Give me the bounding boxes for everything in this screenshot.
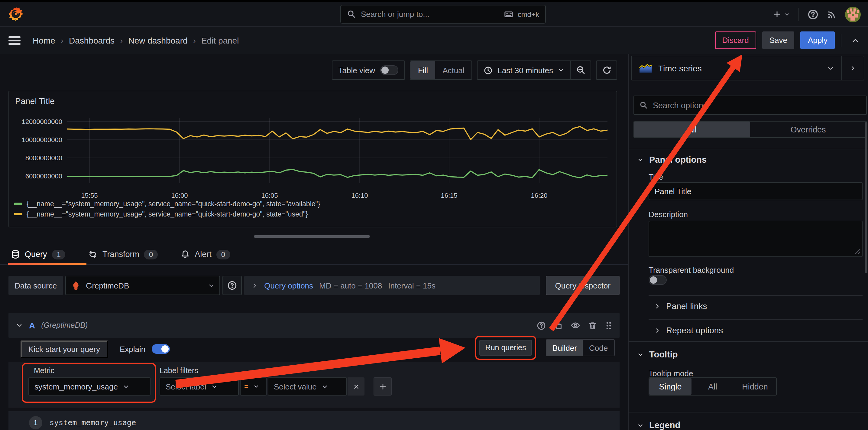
interval-stat: Interval = 15s [388, 281, 435, 290]
query-editor-toolbar: Kick start your query Explain Run querie… [0, 339, 628, 363]
time-range-picker[interactable]: Last 30 minutes [477, 61, 570, 79]
save-button[interactable]: Save [762, 31, 795, 49]
chevron-down-icon [637, 351, 644, 358]
description-textarea[interactable] [649, 221, 863, 257]
add-new-button[interactable] [773, 10, 790, 19]
legend-label: {__name__="system_memory_usage", service… [27, 210, 308, 218]
chevron-up-icon[interactable] [851, 36, 860, 45]
search-input[interactable] [361, 10, 499, 19]
pane-splitter-handle[interactable] [254, 235, 370, 238]
legend-section[interactable]: Legend [637, 420, 680, 430]
collapse-chevron-icon[interactable] [16, 322, 23, 329]
grafana-logo-icon[interactable] [8, 6, 24, 22]
tooltip-single-option[interactable]: Single [649, 378, 691, 395]
duplicate-query-icon[interactable] [554, 321, 563, 330]
tab-query[interactable]: Query 1 [11, 250, 66, 259]
viz-panel: Panel Title 1200000000010000000000800000… [8, 91, 617, 227]
breadcrumb-new-dashboard[interactable]: New dashboard [128, 35, 187, 45]
actual-option[interactable]: Actual [435, 61, 471, 79]
fill-option[interactable]: Fill [411, 61, 435, 79]
select-label-dropdown[interactable]: Select label [160, 377, 239, 396]
tooltip-mode-label: Tooltip mode [649, 369, 693, 378]
tab-transform[interactable]: Transform 0 [89, 250, 158, 259]
query-options-label: Query options [264, 281, 313, 290]
builder-option[interactable]: Builder [547, 340, 583, 355]
md-stat: MD = auto = 1008 [319, 281, 382, 290]
builder-code-switch: Builder Code [546, 339, 614, 356]
hide-query-eye-icon[interactable] [570, 320, 580, 330]
chevron-right-icon [251, 282, 258, 289]
tooltip-heading: Tooltip [649, 349, 678, 359]
panel-links-label: Panel links [666, 301, 707, 311]
tab-alert[interactable]: Alert 0 [181, 250, 230, 259]
repeat-options-label: Repeat options [666, 325, 723, 335]
chevron-right-icon [654, 303, 661, 309]
svg-text:10000000000: 10000000000 [22, 136, 62, 144]
transparent-background-switch[interactable] [649, 275, 667, 285]
legend-heading: Legend [649, 420, 680, 430]
kick-start-query-button[interactable]: Kick start your query [21, 341, 108, 358]
user-avatar[interactable] [845, 6, 861, 22]
tab-overrides[interactable]: Overrides [750, 121, 866, 137]
select-value-dropdown[interactable]: Select value [268, 377, 347, 396]
tooltip-section[interactable]: Tooltip [637, 349, 678, 359]
datasource-name: GreptimeDB [86, 281, 129, 290]
legend-item-used[interactable]: {__name__="system_memory_usage", service… [14, 210, 320, 218]
tooltip-hidden-option[interactable]: Hidden [734, 378, 776, 395]
news-rss-icon[interactable] [827, 9, 837, 19]
refresh-button[interactable] [597, 61, 617, 79]
add-filter-button[interactable] [374, 377, 392, 396]
metric-select[interactable]: system_memory_usage [28, 377, 151, 396]
remove-filter-button[interactable] [347, 377, 365, 396]
zoom-out-button[interactable] [570, 61, 591, 79]
apply-button[interactable]: Apply [801, 31, 835, 49]
legend-color-chip [14, 203, 22, 205]
options-sidebar: Time series All Overrides Panel options [628, 54, 868, 430]
breadcrumb-edit-panel: Edit panel [201, 35, 239, 45]
global-search[interactable]: cmd+k [340, 5, 546, 24]
tab-all[interactable]: All [634, 121, 750, 137]
chevron-down-icon [253, 383, 259, 390]
query-inspector-button[interactable]: Query inspector [546, 276, 620, 295]
operator-dropdown[interactable]: = [240, 377, 267, 396]
breadcrumb-home[interactable]: Home [33, 35, 55, 45]
help-icon[interactable] [808, 9, 818, 20]
collapse-sidebar-button[interactable] [841, 56, 864, 80]
discard-button[interactable]: Discard [715, 31, 756, 49]
active-tab-underline [8, 263, 87, 265]
repeat-options-section[interactable]: Repeat options [654, 325, 723, 335]
explain-step-code: system_memory_usage [50, 418, 136, 427]
legend-item-available[interactable]: {__name__="system_memory_usage", service… [14, 200, 320, 207]
bell-icon [181, 250, 190, 259]
chevron-right-icon [654, 327, 661, 334]
datasource-picker[interactable]: GreptimeDB [65, 276, 220, 295]
query-help-icon[interactable] [537, 321, 546, 330]
drag-handle-icon[interactable] [605, 321, 612, 330]
panel-links-section[interactable]: Panel links [654, 301, 707, 311]
legend-label: {__name__="system_memory_usage", service… [27, 200, 320, 207]
panel-title-input[interactable] [649, 182, 863, 200]
visualization-select[interactable]: Time series [632, 56, 841, 80]
menu-hamburger-icon[interactable] [8, 35, 21, 45]
panel-options-section[interactable]: Panel options [637, 155, 707, 165]
sidebar-scrollbar[interactable] [865, 122, 867, 274]
tooltip-all-option[interactable]: All [691, 378, 734, 395]
metric-value: system_memory_usage [34, 382, 118, 391]
svg-text:16:00: 16:00 [171, 192, 188, 199]
tab-query-label: Query [25, 250, 47, 259]
datasource-label: Data source [8, 276, 63, 295]
code-option[interactable]: Code [583, 340, 614, 355]
query-options-collapsed[interactable]: Query options MD = auto = 1008 Interval … [244, 276, 540, 295]
svg-text:16:05: 16:05 [261, 192, 278, 199]
explain-switch[interactable] [151, 344, 169, 354]
keyboard-icon [504, 10, 514, 19]
breadcrumb-dashboards[interactable]: Dashboards [69, 35, 115, 45]
breadcrumb: Home › Dashboards › New dashboard › Edit… [33, 35, 239, 45]
query-ref-id[interactable]: A [29, 320, 35, 330]
run-queries-button[interactable]: Run queries [479, 340, 532, 355]
options-search-input[interactable] [653, 101, 861, 110]
delete-query-trash-icon[interactable] [588, 321, 597, 330]
table-view-switch[interactable] [380, 65, 399, 75]
table-view-toggle[interactable]: Table view [332, 60, 405, 80]
datasource-help-button[interactable] [222, 276, 242, 295]
